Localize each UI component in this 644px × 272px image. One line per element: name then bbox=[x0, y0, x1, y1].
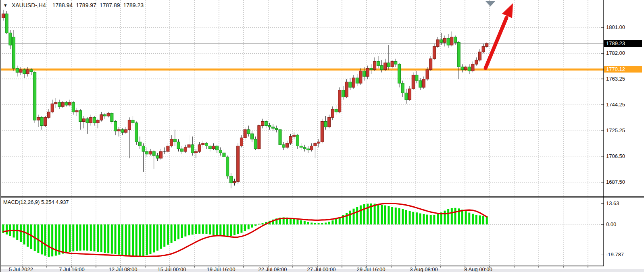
macd-histogram-bar bbox=[206, 224, 208, 234]
chart-window: ▼ XAUUSD-,H4 1788.94 1789.97 1787.89 178… bbox=[0, 0, 644, 272]
macd-histogram-bar bbox=[115, 224, 117, 254]
candle-bear bbox=[349, 82, 352, 87]
macd-histogram-bar bbox=[48, 224, 50, 257]
macd-histogram-bar bbox=[107, 224, 109, 253]
candle-bear bbox=[93, 117, 96, 123]
candle-bear bbox=[16, 69, 19, 73]
candle-bull bbox=[408, 89, 411, 100]
price-tick-label: 1687.50 bbox=[606, 179, 642, 185]
macd-histogram-bar bbox=[181, 224, 183, 238]
candle-bear bbox=[461, 67, 464, 70]
candle-bull bbox=[443, 38, 446, 42]
candle-bear bbox=[250, 134, 253, 139]
candle-bear bbox=[300, 146, 302, 147]
macd-histogram-bar bbox=[363, 204, 365, 224]
candle-bull bbox=[345, 82, 348, 97]
candle-bull bbox=[69, 102, 71, 105]
time-tick-label: 15 Jul 00:00 bbox=[158, 266, 186, 272]
candle-bear bbox=[121, 130, 124, 133]
time-tick-label: 22 Jul 08:00 bbox=[258, 266, 287, 272]
candle-bear bbox=[191, 145, 194, 153]
candle-bear bbox=[275, 128, 278, 129]
candle-bull bbox=[244, 130, 246, 138]
candle-bear bbox=[9, 33, 12, 45]
macd-histogram-bar bbox=[251, 224, 253, 228]
candle-bear bbox=[5, 14, 8, 33]
candle-bear bbox=[380, 66, 383, 70]
candle-bear bbox=[79, 110, 82, 121]
macd-histogram-bar bbox=[100, 224, 102, 252]
macd-histogram-bar bbox=[233, 224, 236, 235]
candle-bear bbox=[363, 71, 366, 77]
candle-bull bbox=[117, 130, 120, 131]
top-marker-icon bbox=[486, 1, 495, 6]
candle-bull bbox=[328, 117, 331, 127]
candle-bull bbox=[75, 110, 78, 112]
macd-histogram-bar bbox=[51, 224, 53, 256]
macd-histogram-bar bbox=[160, 224, 162, 249]
macd-histogram-bar bbox=[223, 224, 225, 237]
candle-bear bbox=[33, 73, 36, 120]
macd-histogram-bar bbox=[325, 222, 327, 224]
candle-bear bbox=[110, 113, 113, 121]
macd-histogram-bar bbox=[248, 224, 250, 229]
candle-bear bbox=[142, 146, 145, 152]
macd-histogram-bar bbox=[398, 208, 400, 224]
macd-tick-label: -19.787 bbox=[606, 251, 642, 258]
candle-bull bbox=[237, 146, 240, 181]
time-tick-label: 8 Aug 00:00 bbox=[464, 266, 492, 272]
candle-bull bbox=[286, 143, 288, 147]
macd-histogram-bar bbox=[258, 224, 260, 224]
time-tick-label: 19 Jul 16:00 bbox=[207, 266, 236, 272]
macd-histogram-bar bbox=[209, 224, 211, 235]
macd-histogram-bar bbox=[304, 221, 306, 224]
macd-tick-label: 0.00 bbox=[606, 221, 642, 228]
candle-bull bbox=[202, 143, 204, 145]
candle-bear bbox=[398, 64, 400, 83]
candle-bear bbox=[342, 90, 344, 97]
macd-histogram-bar bbox=[142, 224, 144, 256]
macd-histogram-bar bbox=[27, 224, 29, 247]
candle-bull bbox=[436, 39, 439, 46]
symbol-dropdown-icon[interactable]: ▼ bbox=[3, 3, 8, 8]
macd-histogram-bar bbox=[69, 224, 71, 252]
candle-bull bbox=[47, 112, 50, 118]
macd-histogram-bar bbox=[184, 224, 186, 237]
candle-bull bbox=[2, 14, 5, 18]
candle-bear bbox=[205, 143, 208, 146]
macd-histogram-bar bbox=[174, 224, 176, 241]
macd-histogram-bar bbox=[20, 224, 22, 242]
macd-histogram-bar bbox=[97, 224, 99, 252]
candle-bull bbox=[384, 63, 387, 70]
candle-bull bbox=[54, 102, 57, 104]
candle-bull bbox=[321, 121, 323, 142]
candle-bull bbox=[128, 120, 131, 130]
macd-histogram-bar bbox=[416, 212, 418, 224]
window-left-edge bbox=[0, 0, 1, 272]
candle-bull bbox=[471, 64, 474, 71]
macd-histogram-bar bbox=[149, 224, 151, 254]
macd-histogram-bar bbox=[388, 206, 390, 224]
macd-histogram-bar bbox=[423, 214, 425, 224]
candle-bear bbox=[401, 83, 404, 93]
candle-bull bbox=[188, 145, 190, 147]
macd-histogram-bar bbox=[409, 211, 411, 224]
candle-bull bbox=[125, 130, 127, 133]
candle-bull bbox=[160, 152, 163, 158]
candle-bear bbox=[303, 147, 306, 149]
chart-canvas[interactable] bbox=[0, 0, 644, 272]
candle-bear bbox=[265, 121, 267, 125]
candle-bull bbox=[422, 79, 425, 87]
candle-bear bbox=[307, 149, 310, 150]
macd-histogram-bar bbox=[167, 224, 169, 245]
candle-bull bbox=[51, 104, 54, 112]
macd-histogram-bar bbox=[111, 224, 113, 253]
macd-histogram-bar bbox=[433, 215, 435, 224]
candle-bear bbox=[86, 119, 89, 123]
macd-histogram-bar bbox=[72, 224, 74, 251]
candle-bull bbox=[338, 90, 341, 112]
candle-bull bbox=[310, 146, 313, 150]
candle-bear bbox=[181, 149, 183, 152]
macd-histogram-bar bbox=[356, 207, 358, 224]
price-tick-label: 1801.00 bbox=[606, 24, 642, 31]
